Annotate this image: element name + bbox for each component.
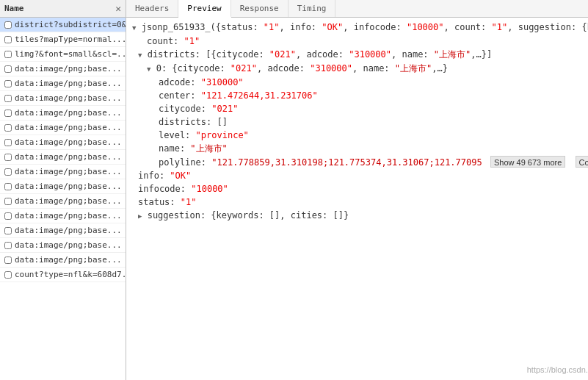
request-checkbox[interactable] xyxy=(4,139,12,146)
request-checkbox[interactable] xyxy=(4,21,12,29)
json-suggestion-line: suggestion: {keywords: [], cities: []} xyxy=(126,209,588,223)
request-name: data:image/png;base... xyxy=(15,196,122,206)
request-name: limg?&font=small&scl=... xyxy=(15,49,126,59)
json-name-line: name: "上海市" xyxy=(126,142,588,155)
request-name: data:image/png;base... xyxy=(15,123,122,132)
request-checkbox[interactable] xyxy=(4,36,12,43)
watermark: https://blog.csdn.net/m0_37723113 xyxy=(527,365,588,374)
request-name: data:image/png;base... xyxy=(15,64,122,74)
request-checkbox[interactable] xyxy=(4,183,12,190)
left-panel-header: Name ✕ xyxy=(0,0,126,18)
json-districts-inner-line: districts: [] xyxy=(126,115,588,129)
request-item[interactable]: data:image/png;base... xyxy=(0,121,126,135)
request-item[interactable]: data:image/png;base... xyxy=(0,223,126,238)
request-item[interactable]: data:image/png;base... xyxy=(0,106,126,121)
tab-timing[interactable]: Timing xyxy=(288,0,336,17)
request-checkbox[interactable] xyxy=(4,271,12,279)
json-level-line: level: "province" xyxy=(126,129,588,142)
request-checkbox[interactable] xyxy=(4,198,12,205)
request-checkbox[interactable] xyxy=(4,80,12,87)
right-panel: Headers Preview Response Timing jsonp_65… xyxy=(126,0,588,380)
json-count-line: count: "1" xyxy=(126,35,588,48)
json-root-line: jsonp_651933_({status: "1", info: "OK", … xyxy=(126,21,588,35)
request-name: data:image/png;base... xyxy=(15,108,122,118)
name-column-header: Name xyxy=(4,4,24,13)
json-districts-line: districts: [{citycode: "021", adcode: "3… xyxy=(126,48,588,62)
request-name: data:image/png;base... xyxy=(15,182,122,191)
request-name: data:image/png;base... xyxy=(15,255,122,265)
request-item[interactable]: data:image/png;base... xyxy=(0,194,126,209)
request-name: data:image/png;base... xyxy=(15,137,122,147)
request-name: data:image/png;base... xyxy=(15,226,122,235)
request-checkbox[interactable] xyxy=(4,257,12,264)
request-item[interactable]: data:image/png;base... xyxy=(0,165,126,179)
request-checkbox[interactable] xyxy=(4,227,12,234)
json-polyline-line: polyline: "121.778859,31.310198;121.7753… xyxy=(126,155,588,169)
request-checkbox[interactable] xyxy=(4,212,12,220)
tab-headers[interactable]: Headers xyxy=(126,0,178,17)
json-center-line: center: "121.472644,31.231706" xyxy=(126,89,588,102)
request-item[interactable]: data:image/png;base... xyxy=(0,76,126,91)
request-checkbox[interactable] xyxy=(4,124,12,132)
request-name: data:image/png;base... xyxy=(15,93,122,103)
request-item[interactable]: data:image/png;base... xyxy=(0,209,126,223)
request-item[interactable]: data:image/png;base... xyxy=(0,62,126,76)
collapse-districts-arrow[interactable] xyxy=(138,49,142,60)
request-list: district?subdistrict=0&ext...tiles?mapTy… xyxy=(0,18,126,380)
request-checkbox[interactable] xyxy=(4,168,12,176)
request-name: data:image/png;base... xyxy=(15,79,122,88)
request-item[interactable]: data:image/png;base... xyxy=(0,179,126,194)
request-checkbox[interactable] xyxy=(4,65,12,73)
request-item[interactable]: data:image/png;base... xyxy=(0,135,126,150)
copy-button[interactable]: Copy xyxy=(576,156,588,168)
collapse-suggestion-arrow[interactable] xyxy=(138,210,142,221)
request-checkbox[interactable] xyxy=(4,242,12,249)
request-item[interactable]: district?subdistrict=0&ext... xyxy=(0,18,126,32)
request-item[interactable]: limg?&font=small&scl=... xyxy=(0,47,126,62)
request-checkbox[interactable] xyxy=(4,154,12,161)
request-name: data:image/png;base... xyxy=(15,152,122,162)
request-name: data:image/png;base... xyxy=(15,167,122,176)
request-item[interactable]: data:image/png;base... xyxy=(0,150,126,165)
json-item0-line: 0: {citycode: "021", adcode: "310000", n… xyxy=(126,62,588,76)
request-item[interactable]: count?type=nfl&k=608d7... xyxy=(0,268,126,282)
request-name: district?subdistrict=0&ext... xyxy=(15,20,126,29)
request-name: data:image/png;base... xyxy=(15,211,122,221)
tabs-bar: Headers Preview Response Timing xyxy=(126,0,588,18)
close-icon[interactable]: ✕ xyxy=(115,3,121,14)
request-name: count?type=nfl&k=608d7... xyxy=(15,270,126,279)
left-panel: Name ✕ district?subdistrict=0&ext...tile… xyxy=(0,0,126,380)
request-item[interactable]: data:image/png;base... xyxy=(0,253,126,268)
collapse-root-arrow[interactable] xyxy=(132,22,136,32)
tab-preview[interactable]: Preview xyxy=(178,0,231,18)
request-item[interactable]: tiles?mapType=normal... xyxy=(0,32,126,47)
request-checkbox[interactable] xyxy=(4,110,12,117)
json-status-line: status: "1" xyxy=(126,196,588,209)
json-info-line: info: "OK" xyxy=(126,169,588,182)
request-checkbox[interactable] xyxy=(4,51,12,58)
show-more-button[interactable]: Show 49 673 more xyxy=(490,156,565,168)
tab-response[interactable]: Response xyxy=(231,0,288,17)
json-citycode-line: citycode: "021" xyxy=(126,102,588,115)
json-infocode-line: infocode: "10000" xyxy=(126,182,588,196)
content-area: jsonp_651933_({status: "1", info: "OK", … xyxy=(126,18,588,380)
request-item[interactable]: data:image/png;base... xyxy=(0,238,126,253)
request-checkbox[interactable] xyxy=(4,95,12,102)
json-adcode-line: adcode: "310000" xyxy=(126,76,588,89)
request-name: data:image/png;base... xyxy=(15,240,122,250)
request-name: tiles?mapType=normal... xyxy=(15,35,126,44)
request-item[interactable]: data:image/png;base... xyxy=(0,91,126,106)
collapse-item0-arrow[interactable] xyxy=(147,63,150,74)
